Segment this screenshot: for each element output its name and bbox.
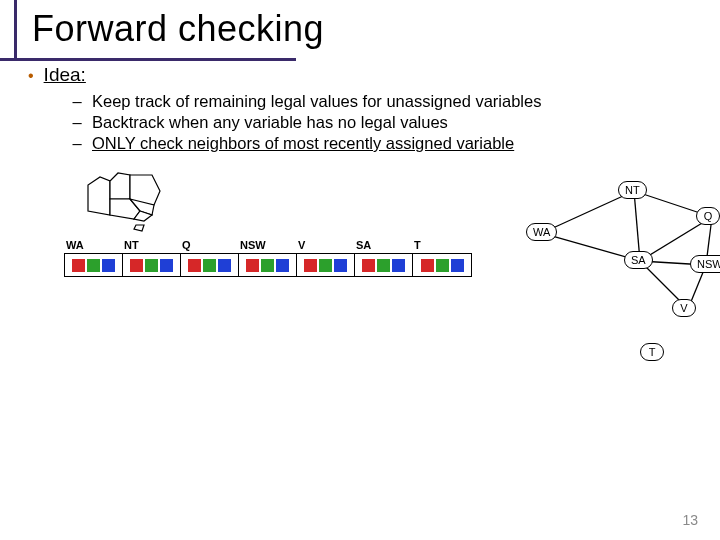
idea-label: Idea:: [44, 64, 86, 86]
sub-bullet-text: ONLY check neighbors of most recently as…: [92, 134, 514, 153]
table-cell: [123, 254, 181, 276]
green-square-icon: [145, 259, 158, 272]
green-square-icon: [377, 259, 390, 272]
red-square-icon: [188, 259, 201, 272]
col-header: NSW: [238, 239, 296, 251]
blue-square-icon: [160, 259, 173, 272]
dash-icon: –: [72, 134, 82, 153]
green-square-icon: [261, 259, 274, 272]
graph-edges-svg: [520, 177, 720, 367]
graph-node-t: T: [640, 343, 664, 361]
constraint-graph: WANTQSANSWVT: [520, 177, 720, 367]
graph-node-sa: SA: [624, 251, 653, 269]
dash-icon: –: [72, 92, 82, 111]
domain-table: WA NT Q NSW V SA T: [64, 239, 472, 277]
title-rule-horizontal: [0, 58, 296, 61]
bullet-dot-icon: •: [28, 68, 34, 84]
graph-node-nt: NT: [618, 181, 647, 199]
page-number: 13: [682, 512, 698, 528]
blue-square-icon: [451, 259, 464, 272]
table-cell: [413, 254, 471, 276]
green-square-icon: [87, 259, 100, 272]
table-cell: [239, 254, 297, 276]
sub-bullets: – Keep track of remaining legal values f…: [28, 92, 700, 153]
graph-node-v: V: [672, 299, 696, 317]
red-square-icon: [362, 259, 375, 272]
sub-bullet-text: Backtrack when any variable has no legal…: [92, 113, 448, 132]
dash-icon: –: [72, 113, 82, 132]
red-square-icon: [304, 259, 317, 272]
sub-bullet: – Keep track of remaining legal values f…: [72, 92, 700, 111]
green-square-icon: [436, 259, 449, 272]
blue-square-icon: [102, 259, 115, 272]
col-header: SA: [354, 239, 412, 251]
red-square-icon: [421, 259, 434, 272]
slide-body: • Idea: – Keep track of remaining legal …: [0, 50, 720, 153]
bullet-idea: • Idea:: [28, 64, 700, 86]
col-header: V: [296, 239, 354, 251]
sub-bullet-text: Keep track of remaining legal values for…: [92, 92, 541, 111]
col-header: Q: [180, 239, 238, 251]
table-cell: [65, 254, 123, 276]
sub-bullet: – ONLY check neighbors of most recently …: [72, 134, 700, 153]
table-header-row: WA NT Q NSW V SA T: [64, 239, 472, 251]
blue-square-icon: [392, 259, 405, 272]
australia-map: [82, 167, 172, 235]
graph-node-wa: WA: [526, 223, 557, 241]
col-header: WA: [64, 239, 122, 251]
slide: Forward checking • Idea: – Keep track of…: [0, 0, 720, 540]
col-header: T: [412, 239, 470, 251]
graph-node-nsw: NSW: [690, 255, 720, 273]
blue-square-icon: [276, 259, 289, 272]
green-square-icon: [319, 259, 332, 272]
blue-square-icon: [218, 259, 231, 272]
title-wrap: Forward checking: [0, 0, 720, 50]
sub-bullet: – Backtrack when any variable has no leg…: [72, 113, 700, 132]
red-square-icon: [130, 259, 143, 272]
graph-node-q: Q: [696, 207, 720, 225]
table-cell: [181, 254, 239, 276]
slide-title: Forward checking: [10, 8, 720, 50]
green-square-icon: [203, 259, 216, 272]
table-row: [64, 253, 472, 277]
col-header: NT: [122, 239, 180, 251]
table-cell: [355, 254, 413, 276]
red-square-icon: [72, 259, 85, 272]
table-cell: [297, 254, 355, 276]
blue-square-icon: [334, 259, 347, 272]
map-svg: [82, 167, 172, 235]
red-square-icon: [246, 259, 259, 272]
title-rule-vertical: [14, 0, 17, 60]
